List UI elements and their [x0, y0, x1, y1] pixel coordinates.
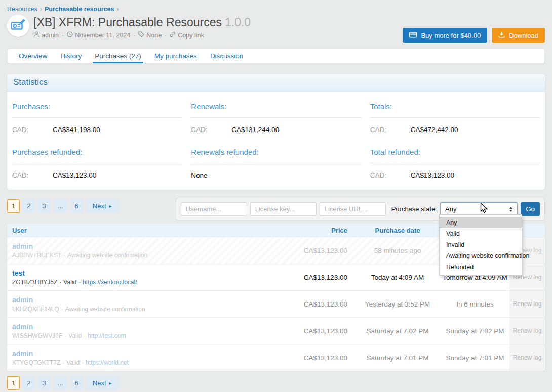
download-icon: [498, 31, 505, 39]
meta-separator: ·: [165, 32, 167, 39]
download-button[interactable]: Download: [492, 28, 545, 43]
credit-card-icon: [409, 32, 417, 39]
copy-link-button[interactable]: Copy link: [170, 31, 204, 39]
license-key: AJBBWTRUEKST: [12, 252, 61, 259]
tag-icon: [138, 31, 146, 39]
license-info: WISSHWGWVJ0F·Valid·http://test.com: [12, 332, 279, 339]
stat-currency-label: CAD:: [12, 171, 53, 179]
select-spinner-icon: [509, 207, 512, 212]
purchase-state-value: Any: [445, 205, 456, 213]
next-label: Next: [93, 202, 106, 210]
renew-log-link[interactable]: Renew log: [513, 354, 542, 361]
stat-value: CA$341,198.00: [53, 126, 100, 134]
page-title: [XB] XFRM: Purchasable Resources1.0.0: [33, 16, 545, 29]
page-button-6[interactable]: 6: [70, 199, 83, 213]
renew-log-link[interactable]: Renew log: [513, 300, 542, 308]
username-link[interactable]: admin: [12, 350, 33, 358]
username-filter-input[interactable]: [181, 202, 247, 216]
page-button-ellipsis[interactable]: ...: [53, 376, 68, 390]
page-button-2[interactable]: 2: [22, 199, 35, 213]
page-button-3[interactable]: 3: [37, 199, 50, 213]
breadcrumb: Resources›Purchasable resources›: [0, 0, 552, 14]
page-button-1[interactable]: 1: [7, 199, 20, 213]
username-link[interactable]: admin: [12, 323, 33, 331]
next-arrow-icon: ▸: [109, 380, 112, 386]
money-check-pencil-icon: [11, 18, 26, 34]
purchase-date-cell: Saturday at 7:02 PM: [354, 327, 441, 335]
page-button-2[interactable]: 2: [22, 376, 35, 390]
page-button-3[interactable]: 3: [37, 376, 50, 390]
resource-avatar: [7, 15, 29, 37]
user-icon: [33, 31, 42, 39]
stat-title: Total refunded:: [370, 148, 540, 156]
username-link[interactable]: test: [12, 269, 25, 277]
page-button-6[interactable]: 6: [70, 376, 83, 390]
column-header-price[interactable]: Price: [284, 227, 354, 234]
breadcrumb-resources[interactable]: Resources: [7, 6, 37, 13]
page: Resources›Purchasable resources› [: [0, 0, 552, 392]
stat-currency-label: CAD:: [191, 126, 231, 134]
tab-purchases[interactable]: Purchases (27): [88, 49, 148, 63]
info-separator: ·: [59, 279, 61, 286]
username-link[interactable]: admin: [12, 242, 33, 250]
license-url-filter-input[interactable]: [320, 202, 386, 216]
dropdown-option-valid[interactable]: Valid: [440, 228, 522, 239]
dropdown-option-refunded[interactable]: Refunded: [440, 262, 522, 273]
stat-renewals-refunded: Renewals refunded: None: [191, 139, 361, 185]
table-row: admin KTYGQTGKTT7Z·Valid·https://world.n…: [7, 344, 545, 371]
go-button[interactable]: Go: [521, 202, 540, 216]
table-row: admin LKHZQKEF14LQ·Awaiting website conf…: [7, 290, 545, 317]
license-url-link[interactable]: https://world.net: [86, 359, 129, 366]
purchase-status: Awaiting website confirmation: [65, 306, 145, 313]
license-url-link[interactable]: https://xenforo.local/: [83, 279, 137, 286]
buy-more-button[interactable]: Buy more for $40.00: [403, 28, 487, 43]
price-cell: CA$13,123.00: [284, 354, 354, 362]
dropdown-option-invalid[interactable]: Invalid: [440, 239, 522, 250]
stat-title: Purchases refunded:: [12, 148, 182, 156]
license-info: AJBBWTRUEKST·Awaiting website confirmati…: [12, 252, 279, 259]
download-label: Download: [509, 32, 538, 39]
purchase-state-label: Purchase state:: [391, 205, 437, 213]
next-page-button[interactable]: Next▸: [86, 199, 119, 213]
resource-header: [XB] XFRM: Purchasable Resources1.0.0 ad…: [0, 14, 552, 45]
tab-history[interactable]: History: [54, 49, 88, 63]
page-button-ellipsis[interactable]: ...: [53, 199, 68, 213]
column-header-user[interactable]: User: [7, 227, 284, 234]
tab-discussion[interactable]: Discussion: [204, 49, 250, 63]
stat-currency-label: CAD:: [370, 171, 411, 179]
purchase-date-cell: 58 minutes ago: [354, 247, 441, 254]
buy-more-label: Buy more for $40.00: [421, 32, 481, 39]
license-url-link[interactable]: http://test.com: [88, 332, 126, 339]
info-separator: ·: [62, 359, 64, 366]
expiry-cell: Sunday at 7:02 PM: [441, 327, 509, 335]
tab-my-purchases[interactable]: My purchases: [148, 49, 204, 63]
dropdown-option-any[interactable]: Any: [440, 217, 522, 228]
license-info: LKHZQKEF14LQ·Awaiting website confirmati…: [12, 306, 279, 313]
license-info: ZGT8Z3HBYJ5Z·Valid·https://xenforo.local…: [12, 279, 279, 286]
resource-title-text: [XB] XFRM: Purchasable Resources: [33, 16, 222, 29]
stat-total-refunded: Total refunded: CAD:CA$13,123.00: [370, 139, 540, 185]
dropdown-option-awaiting[interactable]: Awaiting website confirmation: [440, 250, 522, 262]
license-key-filter-input[interactable]: [250, 202, 317, 216]
breadcrumb-separator: ›: [40, 6, 42, 13]
purchase-state-select[interactable]: Any: [440, 202, 518, 216]
clock-icon: [67, 31, 75, 39]
username-link[interactable]: admin: [12, 296, 33, 304]
resource-tags: None: [146, 32, 162, 39]
license-key: LKHZQKEF14LQ: [12, 306, 59, 313]
breadcrumb-purchasable-resources[interactable]: Purchasable resources: [45, 6, 114, 13]
purchase-status: Valid: [66, 359, 80, 366]
info-separator: ·: [82, 359, 84, 366]
tab-overview[interactable]: Overview: [12, 49, 54, 63]
stat-purchases: Purchases: CAD:CA$341,198.00: [12, 94, 182, 139]
stat-value: CA$13,123.00: [411, 171, 454, 179]
expiry-cell: In 6 minutes: [441, 300, 509, 308]
stat-title: Totals:: [370, 102, 540, 111]
next-page-button[interactable]: Next▸: [86, 376, 119, 390]
column-header-purchase-date[interactable]: Purchase date: [354, 227, 441, 234]
renew-log-link[interactable]: Renew log: [513, 327, 542, 334]
purchase-date-cell: Today at 4:09 AM: [354, 274, 441, 281]
license-key: WISSHWGWVJ0F: [12, 332, 62, 339]
purchase-status: Valid: [68, 332, 82, 339]
page-button-1[interactable]: 1: [7, 376, 20, 390]
